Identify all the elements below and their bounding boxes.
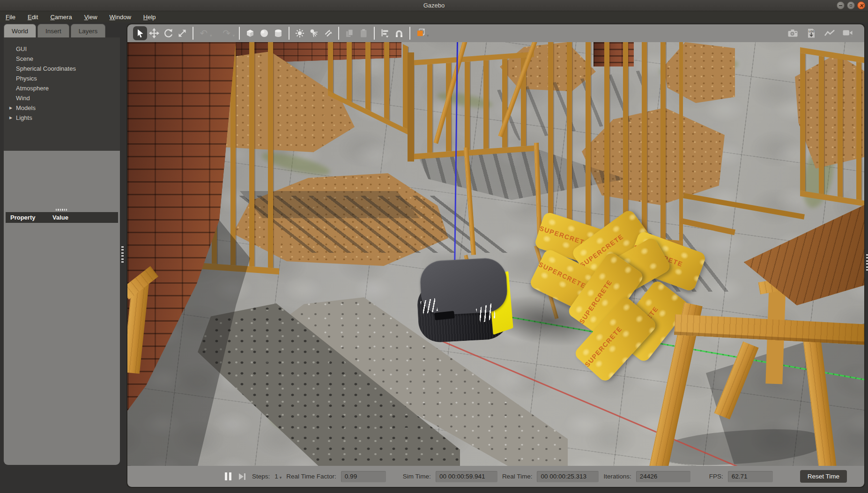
- ladder-model[interactable]: [534, 42, 609, 145]
- plot-button[interactable]: [823, 26, 837, 40]
- menu-view[interactable]: View: [84, 14, 97, 21]
- fps-field: 62.71: [728, 471, 773, 482]
- menu-bar: File Edit Camera View Window Help: [0, 11, 868, 22]
- tree-item-spherical-coordinates[interactable]: Spherical Coordinates: [4, 64, 120, 74]
- fps-label: FPS:: [709, 473, 723, 480]
- step-button[interactable]: [239, 473, 245, 480]
- insert-cylinder-button[interactable]: [271, 26, 285, 40]
- undo-history-caret-icon[interactable]: ▾: [210, 33, 212, 38]
- tree-item-lights[interactable]: ▶Lights: [4, 113, 120, 123]
- insert-sphere-button[interactable]: [257, 26, 271, 40]
- tree-item-atmosphere[interactable]: Atmosphere: [4, 83, 120, 93]
- minimize-button[interactable]: [837, 1, 845, 9]
- tree-item-label: Lights: [16, 114, 32, 121]
- main-area: World Insert Layers GUI Scene Spherical …: [0, 22, 868, 493]
- toolbar-right-group: LOG: [786, 26, 864, 40]
- view-cube-icon: [415, 28, 426, 39]
- maximize-button[interactable]: [847, 1, 855, 9]
- tree-item-label: GUI: [16, 45, 27, 52]
- tree-item-gui[interactable]: GUI: [4, 44, 120, 54]
- snap-button[interactable]: [392, 26, 406, 40]
- tree-item-label: Physics: [16, 75, 37, 82]
- render-frame: ↶ ▾ ↷ ▾: [126, 23, 865, 488]
- reset-time-button[interactable]: Reset Time: [800, 470, 847, 483]
- property-column-header: Property: [6, 214, 52, 221]
- world-tree: GUI Scene Spherical Coordinates Physics …: [4, 37, 120, 151]
- maximize-icon: [850, 4, 852, 7]
- rtf-label: Real Time Factor:: [286, 473, 336, 480]
- redo-history-caret-icon[interactable]: ▾: [233, 33, 235, 38]
- tree-item-label: Models: [16, 104, 36, 111]
- toolbar-separator: [338, 27, 339, 40]
- view-angle-button[interactable]: [414, 26, 428, 40]
- screenshot-button[interactable]: [786, 26, 800, 40]
- steps-spinner[interactable]: 1 ▾: [274, 473, 282, 480]
- expand-arrow-icon[interactable]: ▶: [9, 116, 15, 120]
- translate-tool-button[interactable]: [147, 26, 161, 40]
- tab-layers[interactable]: Layers: [71, 24, 106, 37]
- menu-camera[interactable]: Camera: [50, 14, 72, 21]
- select-tool-button[interactable]: [133, 26, 147, 40]
- point-light-button[interactable]: [293, 26, 307, 40]
- undo-button[interactable]: ↶: [197, 26, 211, 40]
- camera-icon: [787, 28, 799, 39]
- video-record-button[interactable]: [841, 26, 855, 40]
- render-viewport[interactable]: SUPERCRETE SUPERCRETE SUPERCRETE SUPERCR…: [127, 42, 864, 466]
- rotate-tool-button[interactable]: [161, 26, 175, 40]
- iterations-field: 24426: [636, 471, 690, 482]
- expand-arrow-icon[interactable]: ▶: [9, 106, 15, 110]
- toolbar-separator: [409, 27, 410, 40]
- spot-light-button[interactable]: [307, 26, 321, 40]
- log-record-button[interactable]: LOG: [804, 26, 818, 40]
- directional-light-icon: [323, 28, 333, 38]
- pause-icon: [225, 472, 227, 480]
- paste-icon: [358, 28, 369, 38]
- tree-item-scene[interactable]: Scene: [4, 54, 120, 64]
- menu-window[interactable]: Window: [110, 14, 131, 21]
- copy-icon: [344, 28, 355, 38]
- value-column-header: Value: [52, 214, 68, 221]
- iterations-label: Iterations:: [603, 473, 631, 480]
- steps-caret-icon: ▾: [280, 475, 282, 480]
- pause-button[interactable]: [225, 472, 231, 480]
- toolbar-separator: [289, 27, 289, 40]
- scale-tool-button[interactable]: [175, 26, 189, 40]
- box-icon: [245, 28, 255, 38]
- tab-world[interactable]: World: [4, 24, 36, 37]
- pause-icon: [229, 472, 231, 480]
- paste-button[interactable]: [356, 26, 371, 40]
- log-icon-label: LOG: [809, 30, 815, 33]
- align-icon: [380, 28, 390, 38]
- copy-button[interactable]: [342, 26, 356, 40]
- tab-insert[interactable]: Insert: [37, 24, 69, 37]
- toolbar-separator: [193, 27, 193, 40]
- directional-light-button[interactable]: [321, 26, 335, 40]
- log-file-icon: LOG: [806, 28, 817, 39]
- panel-splitter-handle[interactable]: [121, 246, 124, 263]
- tree-item-wind[interactable]: Wind: [4, 93, 120, 103]
- gate-corner-post[interactable]: [408, 52, 414, 162]
- view-angle-caret-icon[interactable]: ▾: [427, 33, 429, 38]
- property-table-header: Property Value: [6, 212, 118, 223]
- menu-file[interactable]: File: [6, 14, 15, 21]
- insert-box-button[interactable]: [243, 26, 257, 40]
- real-time-field: 00 00:00:25.313: [537, 471, 599, 482]
- tree-item-label: Atmosphere: [16, 85, 49, 92]
- tree-item-label: Spherical Coordinates: [16, 65, 76, 72]
- sim-time-label: Sim Time:: [403, 473, 431, 480]
- close-button[interactable]: ✕: [857, 1, 865, 9]
- redo-button[interactable]: ↷: [220, 26, 234, 40]
- close-icon: ✕: [858, 2, 865, 9]
- tree-item-models[interactable]: ▶Models: [4, 103, 120, 113]
- property-splitter-handle[interactable]: [56, 209, 68, 211]
- right-splitter-handle[interactable]: [866, 254, 868, 271]
- video-camera-icon: [842, 28, 854, 39]
- tree-item-physics[interactable]: Physics: [4, 74, 120, 83]
- align-button[interactable]: [378, 26, 392, 40]
- fence-frame-model[interactable]: [800, 47, 864, 206]
- menu-edit[interactable]: Edit: [28, 14, 38, 21]
- gazebo-toolbar: ↶ ▾ ↷ ▾: [127, 24, 864, 42]
- cursor-icon: [135, 28, 145, 38]
- menu-help[interactable]: Help: [143, 14, 156, 21]
- sim-time-field: 00 00:00:59.941: [436, 471, 497, 482]
